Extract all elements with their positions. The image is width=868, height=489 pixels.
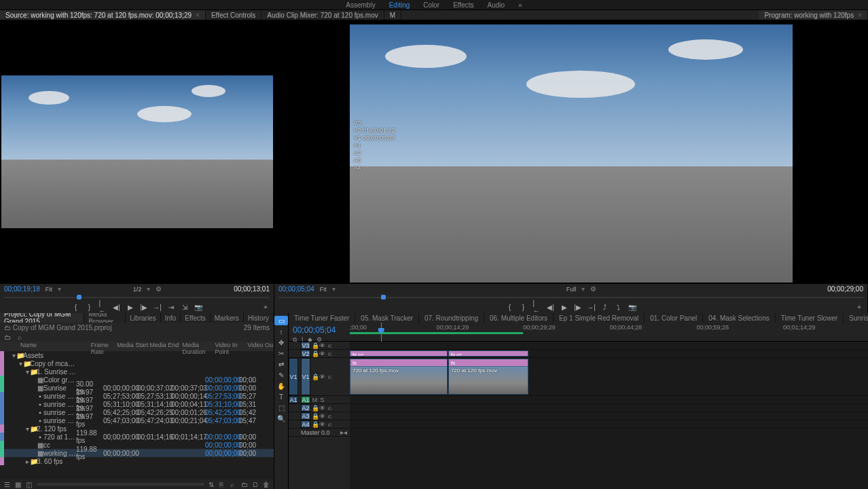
tool-1[interactable]: ↕ [274,327,288,336]
sequence-tab[interactable]: Sunrise [844,313,868,323]
solo-icon[interactable]: S [319,397,325,403]
lock-icon[interactable]: 🔒 [312,374,318,380]
sequence-tab[interactable]: Time Tuner Slower [776,313,844,323]
mark-in-icon[interactable]: { [506,303,514,311]
tool-3[interactable]: ✂ [274,348,288,358]
source-tab-audio-mixer[interactable]: Audio Clip Mixer: 720 at 120 fps.mov [261,10,384,20]
column-header[interactable]: Frame Rate [91,342,117,351]
track-header-A3[interactable]: A3🔒👁⎌ [289,412,350,420]
toggle-output-icon[interactable]: 👁 [319,374,325,380]
track-lane-V3[interactable] [350,342,868,350]
source-scrub-bar[interactable] [0,294,274,301]
add-button-icon[interactable]: ＋ [855,303,863,311]
go-to-in-icon[interactable]: |← [99,303,107,311]
clip[interactable]: fx cc [448,350,528,357]
play-icon[interactable]: ▶ [126,303,134,311]
trash-icon[interactable]: 🗑 [263,481,270,488]
mute-icon[interactable]: M [312,397,318,403]
close-icon[interactable]: × [196,12,200,19]
close-icon[interactable]: × [858,12,862,19]
tool-0[interactable]: ▭ [274,316,288,325]
zoom-slider[interactable] [37,483,204,486]
column-header[interactable]: Name [20,342,91,351]
project-tab[interactable]: Project: Copy of MGM Grand 2015 [0,313,84,323]
toggle-output-icon[interactable]: 👁 [319,405,325,412]
source-patch[interactable]: V1 [289,358,298,395]
target-patch[interactable]: V3 [301,342,310,349]
target-patch[interactable]: A4 [301,420,310,428]
mark-in-icon[interactable]: { [72,303,80,311]
step-back-icon[interactable]: ◀| [547,303,555,311]
sequence-tab[interactable]: Time Tuner Faster [289,313,355,323]
column-header[interactable]: Media End [149,342,182,351]
tool-4[interactable]: ⇄ [274,359,288,369]
track-header-V3[interactable]: V3🔒👁⎌ [289,342,350,350]
source-timecode-in[interactable]: 00;00;19;18 [4,285,40,293]
project-row[interactable]: ▦Sunrise30.00 fps00;00;00;0000;00;37;020… [0,384,274,392]
source-patch[interactable]: A1 [289,396,298,403]
project-row[interactable]: ▦Color grade00;00;00;0000;00 [0,376,274,384]
new-item-icon[interactable]: 🗋 [252,481,259,488]
clip[interactable]: fx720 at 120 fps.mov [350,359,448,395]
new-bin-icon[interactable]: 🗀 [241,481,248,488]
lock-icon[interactable]: 🔒 [312,421,318,428]
settings-icon[interactable]: ⚙ [156,285,162,293]
sequence-tab[interactable]: 06. Multiple Editors [484,313,554,323]
tool-7[interactable]: T [274,392,288,401]
timeline-timecode[interactable]: 00;00;05;04 [293,325,346,335]
track-lane-V2[interactable]: fx ccfx cc [350,350,868,358]
sync-lock-icon[interactable]: ⎌ [327,342,333,349]
tool-2[interactable]: ✥ [274,338,288,347]
column-header[interactable]: Video Ou [248,342,274,351]
workspace-color[interactable]: Color [423,1,439,9]
project-row[interactable]: ▪720 at 120 fps.m119.88 fps00;00;00;0000… [0,433,274,441]
project-tab[interactable]: Libraries [126,313,160,323]
source-fit-menu[interactable]: Fit [46,286,52,293]
search-icon[interactable]: ⌕ [18,333,22,341]
tool-8[interactable]: ⬚ [274,403,288,412]
go-to-in-icon[interactable]: |← [533,303,541,311]
play-icon[interactable]: ▶ [560,303,568,311]
project-row[interactable]: ▪sunrise 4.mov29.97 fps05;47;03;0005;47;… [0,416,274,424]
project-row[interactable]: ▾📁Copy of mca-i demo [0,359,274,367]
lock-icon[interactable]: 🔒 [312,405,318,412]
column-header[interactable]: Video In Point [215,342,247,351]
timeline-ruler[interactable]: ;00;0000;00;14;2900;00;29;2900;00;44;280… [350,323,868,341]
tracks-canvas[interactable]: fx ccfx ccfx720 at 120 fps.movfx720 at 1… [350,342,868,489]
disclosure-triangle-icon[interactable]: ▾ [24,425,30,433]
column-header[interactable]: Media Start [117,342,149,351]
sort-icon[interactable]: ⇅ [209,481,215,488]
toggle-output-icon[interactable]: 👁 [319,413,325,420]
disclosure-triangle-icon[interactable]: ▾ [11,352,16,359]
find-icon[interactable]: ⌕ [230,481,237,488]
track-header-master[interactable]: Master 0.0▸◂ [289,429,350,437]
track-header-A4[interactable]: A4🔒👁⎌ [289,420,350,429]
track-lane-A3[interactable] [350,412,868,420]
target-patch[interactable]: A3 [301,412,310,420]
target-patch[interactable]: V1 [301,358,310,395]
go-to-out-icon[interactable]: →| [587,303,596,311]
sync-lock-icon[interactable]: ⎌ [327,421,333,428]
step-fwd-icon[interactable]: |▶ [140,303,148,311]
mark-out-icon[interactable]: } [520,303,528,311]
source-tab-1[interactable]: Source: working with 120fps: 720 at 120 … [0,10,206,20]
project-row[interactable]: ▸📁3. 60 fps [0,457,274,465]
project-row[interactable]: ▾📁1. Sunrise remapping [0,367,274,376]
target-patch[interactable]: A1 [301,396,310,403]
source-tab-effect-controls[interactable]: Effect Controls [206,10,261,20]
program-scrub-bar[interactable] [274,294,867,301]
overwrite-icon[interactable]: ⇲ [181,303,189,311]
sync-lock-icon[interactable]: ⎌ [327,350,333,357]
track-lane-V1[interactable]: fx720 at 120 fps.movfx720 at 120 fps.mov [350,358,868,396]
sync-lock-icon[interactable]: ⎌ [327,413,333,420]
lock-icon[interactable]: 🔒 [312,342,318,349]
toggle-output-icon[interactable]: 👁 [319,421,325,428]
disclosure-triangle-icon[interactable]: ▾ [24,368,30,376]
project-row[interactable]: ▪sunrise 1.mov29.97 fps05;27;53;0005;27;… [0,392,274,400]
source-tab-more[interactable]: M [384,10,401,20]
project-row[interactable]: ▦cc00;00;00;0000;00 [0,441,274,449]
step-fwd-icon[interactable]: |▶ [574,303,582,311]
sync-lock-icon[interactable]: ⎌ [327,374,333,380]
toggle-output-icon[interactable]: 👁 [319,342,325,349]
lock-icon[interactable]: 🔒 [312,350,318,357]
